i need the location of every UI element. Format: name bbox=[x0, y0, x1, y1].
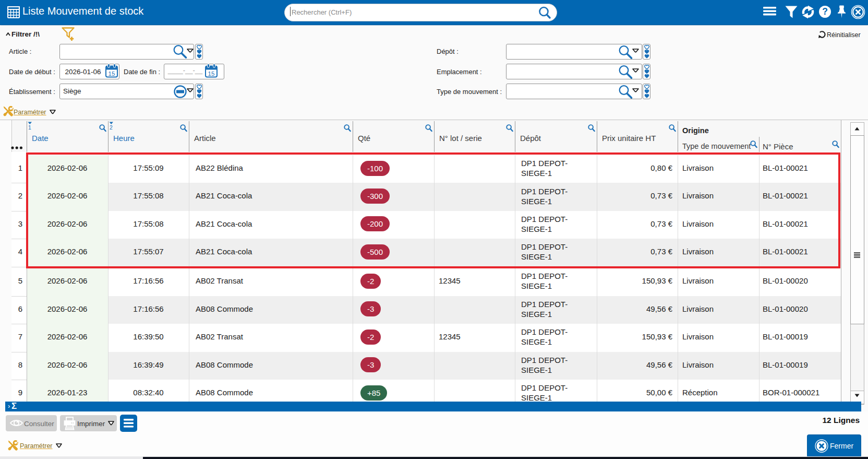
svg-text:15: 15 bbox=[108, 70, 115, 77]
svg-text:15: 15 bbox=[208, 70, 215, 77]
svg-text:?: ? bbox=[822, 6, 828, 17]
svg-text:1: 1 bbox=[28, 124, 31, 131]
svg-text:2: 2 bbox=[110, 124, 113, 131]
